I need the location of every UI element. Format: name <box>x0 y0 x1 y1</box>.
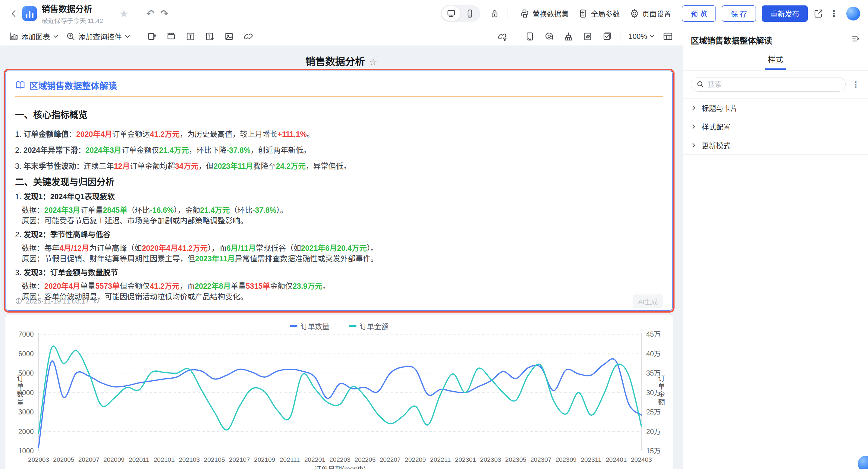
tab-style[interactable]: 样式 <box>765 53 786 70</box>
svg-text:40万: 40万 <box>646 350 661 358</box>
svg-text:6000: 6000 <box>19 350 34 358</box>
comment-icon[interactable] <box>544 31 555 42</box>
device-toggle <box>441 5 480 22</box>
svg-text:202401: 202401 <box>606 456 627 463</box>
generated-timestamp: 2025-11-19 11:03:17 ↻ <box>15 296 99 306</box>
svg-text:202105: 202105 <box>204 456 225 463</box>
panel-section-update-mode[interactable]: 更新模式 <box>683 136 868 155</box>
ai-generated-badge: AI生成 <box>632 294 663 308</box>
kpi-item: 1. 订单金额峰值：2020年4月订单金额达41.2万元，为历史最高值，较上月增… <box>15 129 663 139</box>
svg-text:202101: 202101 <box>154 456 175 463</box>
panel-title: 区域销售数据整体解读 <box>691 34 772 46</box>
favorite-star-icon[interactable]: ★ <box>119 7 128 20</box>
style-config-panel: 区域销售数据整体解读 样式 ⋮ 标题与卡片 样式配置 更新模式 <box>683 27 868 469</box>
search-input[interactable] <box>707 80 840 89</box>
section-heading: 二、关键发现与归因分析 <box>15 176 663 188</box>
svg-text:202303: 202303 <box>480 456 501 463</box>
mobile-card-icon[interactable] <box>524 31 535 42</box>
card-title-divider <box>15 96 663 97</box>
legend-item-orders[interactable]: 订单数量 <box>290 321 330 331</box>
share-icon[interactable] <box>812 8 824 19</box>
svg-text:202007: 202007 <box>79 456 99 463</box>
chevron-right-icon <box>691 124 697 130</box>
card-title-row: 区域销售数据整体解读 <box>15 79 663 92</box>
order-trend-chart-card[interactable]: 订单数量 订单金额 100020003000400050006000700015… <box>5 315 673 469</box>
svg-text:202207: 202207 <box>380 456 401 463</box>
grid-layout-icon[interactable] <box>662 31 674 42</box>
legend-dash-icon <box>290 325 298 327</box>
legend-item-amount[interactable]: 订单金额 <box>349 321 389 331</box>
divider <box>135 9 136 19</box>
svg-text:202203: 202203 <box>330 456 350 463</box>
svg-text:3000: 3000 <box>19 408 34 416</box>
search-box[interactable] <box>691 77 846 92</box>
back-button[interactable] <box>8 7 20 20</box>
svg-text:15万: 15万 <box>646 447 661 455</box>
hidden-charts-icon[interactable] <box>582 31 593 42</box>
kpi-item: 3. 年末季节性波动：连续三年12月订单金额均超34万元，但2023年11月骤降… <box>15 161 663 171</box>
svg-text:1000: 1000 <box>19 447 34 455</box>
book-icon <box>15 80 25 90</box>
chevron-down-icon <box>650 35 654 38</box>
svg-text:202107: 202107 <box>229 456 250 463</box>
link-filter-icon[interactable] <box>497 31 508 42</box>
container-icon[interactable] <box>165 31 177 42</box>
svg-text:202009: 202009 <box>103 456 124 463</box>
svg-text:202003: 202003 <box>28 456 49 463</box>
global-params-icon <box>578 9 588 19</box>
republish-button[interactable]: 重新发布 <box>762 5 808 22</box>
dashboard-canvas: 销售数据分析☆ 区域销售数据整体解读 一、核心指标概览 1. 订单金额峰值：20… <box>0 46 683 469</box>
svg-text:202205: 202205 <box>354 456 375 463</box>
mobile-view-toggle[interactable] <box>461 6 479 21</box>
chevron-down-icon <box>53 35 59 38</box>
panel-section-title-card[interactable]: 标题与卡片 <box>683 99 868 117</box>
text-icon[interactable] <box>185 31 196 42</box>
svg-text:202305: 202305 <box>505 456 526 463</box>
save-status: 最近保存于今天 11:42 <box>41 16 103 25</box>
refresh-icon[interactable]: ↻ <box>93 296 99 306</box>
save-button[interactable]: 保 存 <box>722 5 756 22</box>
collapse-panel-icon[interactable] <box>851 34 860 43</box>
svg-text:202005: 202005 <box>53 456 74 463</box>
search-options-icon[interactable]: ⋮ <box>851 79 860 90</box>
component-settings-icon[interactable] <box>146 31 158 42</box>
svg-text:2000: 2000 <box>19 428 34 436</box>
clear-canvas-icon[interactable] <box>563 31 574 42</box>
svg-text:202301: 202301 <box>455 456 476 463</box>
gear-icon <box>629 9 639 19</box>
more-menu-icon[interactable]: ⋮ <box>830 8 838 19</box>
title-star-icon[interactable]: ☆ <box>369 57 377 67</box>
ai-interpretation-card[interactable]: 区域销售数据整体解读 一、核心指标概览 1. 订单金额峰值：2020年4月订单金… <box>5 70 673 311</box>
desktop-view-toggle[interactable] <box>442 6 461 21</box>
rich-text-icon[interactable] <box>204 31 216 42</box>
lock-icon[interactable] <box>489 8 500 19</box>
global-params-button[interactable]: 全局参数 <box>578 8 620 19</box>
panel-section-style-config[interactable]: 样式配置 <box>683 117 868 136</box>
finding-data: 数据：每年4月/12月为订单高峰（如2020年4月41.2万元），而6月/11月… <box>15 243 663 253</box>
finding-title: 2. 发现2：季节性高峰与低谷 <box>15 229 663 240</box>
todo-check-icon[interactable] <box>601 31 613 42</box>
user-avatar[interactable] <box>846 7 860 21</box>
svg-text:订单日期(month): 订单日期(month) <box>314 465 366 469</box>
finding-data: 数据：2020年4月单量5573单但金额仅41.2万元，而2022年8月单量53… <box>15 281 663 291</box>
svg-text:45万: 45万 <box>646 331 661 338</box>
add-chart-button[interactable]: 添加图表 <box>9 31 59 41</box>
chevron-right-icon <box>691 142 697 148</box>
replace-dataset-button[interactable]: 替换数据集 <box>520 8 569 19</box>
zoom-select[interactable]: 100% <box>629 32 654 41</box>
add-query-control-button[interactable]: 添加查询控件 <box>66 31 130 41</box>
order-trend-chart: 100020003000400050006000700015万20万25万30万… <box>5 331 673 469</box>
edit-toolbar: 添加图表 添加查询控件 <box>0 27 683 46</box>
undo-icon[interactable]: ↶ <box>146 8 154 19</box>
svg-text:202309: 202309 <box>555 456 577 463</box>
image-icon[interactable] <box>223 31 235 42</box>
preview-button[interactable]: 预 览 <box>682 5 716 22</box>
divider <box>621 32 621 41</box>
redo-icon[interactable]: ↷ <box>160 8 168 19</box>
search-icon <box>696 81 704 88</box>
svg-text:202209: 202209 <box>405 456 426 463</box>
page-settings-button[interactable]: 页面设置 <box>629 8 671 19</box>
link-icon[interactable] <box>243 31 254 42</box>
svg-text:202211: 202211 <box>430 456 451 463</box>
y-axis-title-right: 订单金额 <box>656 375 666 406</box>
